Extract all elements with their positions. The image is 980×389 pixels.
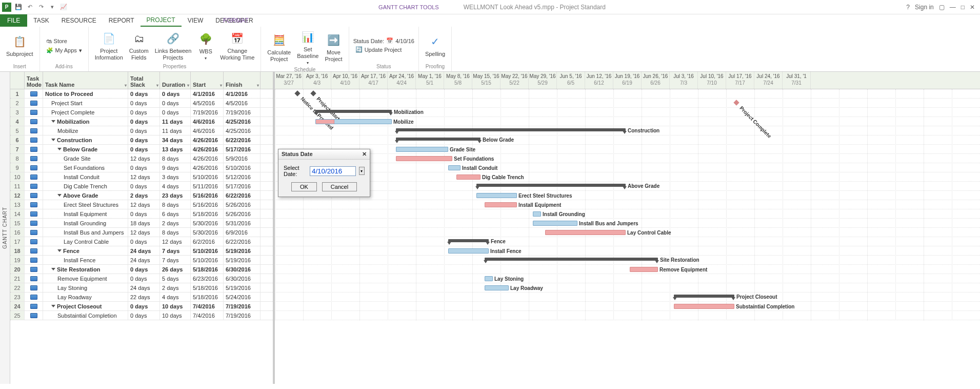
gantt-task-bar[interactable]: Install Fence bbox=[448, 248, 489, 254]
store-button[interactable]: 🛍Store bbox=[44, 37, 84, 45]
task-mode-cell[interactable] bbox=[25, 126, 43, 135]
slack-cell[interactable]: 0 days bbox=[128, 302, 160, 310]
row-number[interactable]: 25 bbox=[10, 311, 25, 320]
dialog-cancel-button[interactable]: Cancel bbox=[322, 182, 357, 191]
task-name-cell[interactable]: Remove Equipment bbox=[43, 274, 128, 283]
slack-cell[interactable]: 0 days bbox=[128, 274, 160, 283]
save-icon[interactable]: 💾 bbox=[14, 3, 23, 11]
task-mode-cell[interactable] bbox=[25, 89, 43, 98]
dialog-date-dropdown[interactable]: ▾ bbox=[359, 167, 365, 175]
task-name-cell[interactable]: Lay Stoning bbox=[43, 283, 128, 292]
slack-cell[interactable]: 12 days bbox=[128, 200, 160, 209]
finish-cell[interactable]: 5/19/2016 bbox=[224, 283, 261, 292]
dialog-close-icon[interactable]: ✕ bbox=[362, 151, 367, 158]
table-row[interactable]: 20Site Restoration0 days26 days5/18/2016… bbox=[10, 265, 273, 274]
set-baseline-button[interactable]: 📊Set Baseline▾ bbox=[295, 28, 321, 67]
dialog-ok-button[interactable]: OK bbox=[291, 182, 317, 191]
duration-cell[interactable]: 26 days bbox=[160, 265, 191, 274]
duration-cell[interactable]: 8 days bbox=[160, 200, 191, 209]
gantt-row[interactable]: Install Grounding bbox=[275, 209, 980, 219]
tab-resource[interactable]: RESOURCE bbox=[55, 15, 103, 26]
gantt-row[interactable]: Project Start bbox=[275, 89, 980, 99]
duration-cell[interactable]: 23 days bbox=[160, 191, 191, 200]
duration-cell[interactable]: 7 days bbox=[160, 256, 191, 264]
finish-cell[interactable]: 7/19/2016 bbox=[224, 302, 261, 310]
gantt-row[interactable]: Grade Site bbox=[275, 145, 980, 154]
col-task-name[interactable]: Task Name▾ bbox=[43, 72, 128, 89]
start-cell[interactable]: 4/26/2016 bbox=[191, 145, 224, 153]
task-mode-cell[interactable] bbox=[25, 246, 43, 255]
gantt-row[interactable]: Install Equipment bbox=[275, 200, 980, 209]
task-name-cell[interactable]: Project Start bbox=[43, 99, 128, 107]
task-name-cell[interactable]: Project Complete bbox=[43, 108, 128, 116]
gantt-row[interactable]: Install Fence bbox=[275, 246, 980, 256]
gantt-summary-bar[interactable]: Above Grade bbox=[476, 184, 626, 187]
gantt-row[interactable]: Project Closeout bbox=[275, 293, 980, 302]
gantt-row[interactable]: Site Restoration bbox=[275, 256, 980, 265]
tab-file[interactable]: FILE bbox=[0, 14, 27, 27]
finish-cell[interactable]: 6/30/2016 bbox=[224, 265, 261, 274]
spelling-button[interactable]: ✓Spelling bbox=[423, 32, 447, 59]
gantt-row[interactable]: Erect Steel Structures bbox=[275, 191, 980, 200]
slack-cell[interactable]: 0 days bbox=[128, 117, 160, 126]
gantt-summary-bar[interactable]: Construction bbox=[396, 128, 626, 131]
gantt-task-bar[interactable]: Install Conduit bbox=[448, 165, 461, 170]
task-mode-cell[interactable] bbox=[25, 108, 43, 116]
row-number[interactable]: 23 bbox=[10, 293, 25, 301]
gantt-chart[interactable]: Mar 27, '163/27Apr 3, '164/3Apr 10, '164… bbox=[275, 72, 980, 384]
col-start[interactable]: Start▾ bbox=[191, 72, 224, 89]
gantt-task-bar[interactable]: Set Foundations bbox=[396, 156, 452, 161]
finish-cell[interactable]: 4/5/2016 bbox=[224, 99, 261, 107]
slack-cell[interactable]: 0 days bbox=[128, 108, 160, 116]
start-cell[interactable]: 4/6/2016 bbox=[191, 126, 224, 135]
row-number[interactable]: 3 bbox=[10, 108, 25, 116]
gantt-summary-bar[interactable]: Fence bbox=[448, 239, 489, 242]
change-working-time-button[interactable]: 📅Change Working Time bbox=[218, 29, 256, 62]
gantt-row[interactable]: Fence bbox=[275, 237, 980, 246]
start-cell[interactable]: 4/1/2016 bbox=[191, 89, 224, 98]
task-name-cell[interactable]: Mobilization bbox=[43, 117, 128, 126]
start-cell[interactable]: 7/19/2016 bbox=[191, 108, 224, 116]
slack-cell[interactable]: 0 days bbox=[128, 237, 160, 246]
custom-fields-button[interactable]: 🗂Custom Fields bbox=[127, 29, 151, 62]
finish-cell[interactable]: 6/30/2016 bbox=[224, 274, 261, 283]
table-row[interactable]: 1Notice to Proceed0 days0 days4/1/20164/… bbox=[10, 89, 273, 99]
gantt-task-bar[interactable]: Install Equipment bbox=[485, 202, 517, 207]
table-row[interactable]: 18Fence24 days7 days5/10/20165/19/2016 bbox=[10, 246, 273, 256]
slack-cell[interactable]: 0 days bbox=[128, 89, 160, 98]
view-label-sidebar[interactable]: GANTT CHART bbox=[0, 72, 10, 384]
status-date-display[interactable]: Status Date: 📅 4/10/16 bbox=[353, 37, 414, 44]
duration-cell[interactable]: 13 days bbox=[160, 145, 191, 153]
table-row[interactable]: 23Lay Roadway22 days4 days5/18/20165/24/… bbox=[10, 293, 273, 302]
table-row[interactable]: 3Project Complete0 days0 days7/19/20167/… bbox=[10, 108, 273, 117]
row-number[interactable]: 4 bbox=[10, 117, 25, 126]
gantt-summary-bar[interactable]: Below Grade bbox=[396, 138, 481, 141]
row-number[interactable]: 12 bbox=[10, 191, 25, 200]
finish-cell[interactable]: 4/25/2016 bbox=[224, 126, 261, 135]
table-row[interactable]: 14Install Equipment0 days6 days5/18/2016… bbox=[10, 209, 273, 219]
start-cell[interactable]: 5/16/2016 bbox=[191, 200, 224, 209]
col-rownum[interactable] bbox=[10, 72, 25, 89]
gantt-task-bar[interactable]: Substaintial Completion bbox=[674, 304, 734, 309]
activity-icon[interactable]: 📈 bbox=[59, 3, 68, 11]
tab-project[interactable]: PROJECT bbox=[141, 14, 182, 27]
table-row[interactable]: 4Mobilization0 days11 days4/6/20164/25/2… bbox=[10, 117, 273, 126]
tab-view[interactable]: VIEW bbox=[182, 15, 210, 26]
finish-cell[interactable]: 5/19/2016 bbox=[224, 256, 261, 264]
task-name-cell[interactable]: Install Fence bbox=[43, 256, 128, 264]
row-number[interactable]: 18 bbox=[10, 246, 25, 255]
duration-cell[interactable]: 0 days bbox=[160, 99, 191, 107]
start-cell[interactable]: 5/30/2016 bbox=[191, 219, 224, 227]
task-mode-cell[interactable] bbox=[25, 191, 43, 200]
help-icon[interactable]: ? bbox=[906, 4, 910, 11]
task-mode-cell[interactable] bbox=[25, 256, 43, 264]
maximize-icon[interactable]: □ bbox=[961, 4, 965, 11]
table-row[interactable]: 10Install Conduit12 days3 days5/10/20165… bbox=[10, 172, 273, 182]
gantt-row[interactable]: Install Conduit bbox=[275, 163, 980, 172]
task-mode-cell[interactable] bbox=[25, 311, 43, 320]
row-number[interactable]: 8 bbox=[10, 154, 25, 163]
table-row[interactable]: 7Below Grade0 days13 days4/26/20165/17/2… bbox=[10, 145, 273, 154]
task-name-cell[interactable]: Install Grounding bbox=[43, 219, 128, 227]
calculate-project-button[interactable]: 🧮Calculate Project bbox=[265, 31, 293, 64]
task-name-cell[interactable]: Above Grade bbox=[43, 191, 128, 200]
